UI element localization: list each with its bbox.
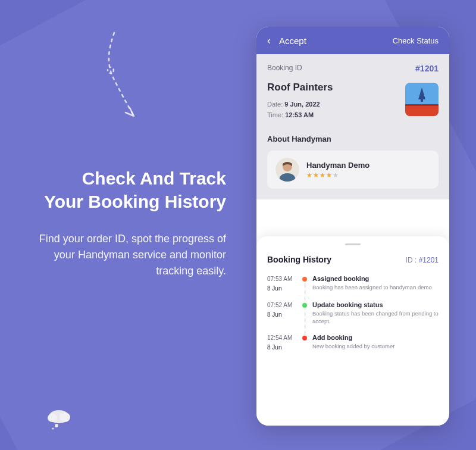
timeline-event-title: Add booking — [312, 334, 439, 341]
handyman-card[interactable]: Handyman Demo ★★★★★ — [267, 151, 439, 189]
header-title: Accept — [279, 36, 393, 46]
svg-rect-8 — [405, 104, 439, 106]
app-header: ‹ Accept Check Status — [256, 27, 449, 54]
booking-detail-panel: Booking ID #1201 Roof Painters Date: 9 J… — [256, 54, 449, 199]
timeline-marker — [297, 334, 312, 352]
timeline-event-desc: New booking added by customer — [312, 342, 439, 350]
timeline-item: 12:54 AM8 JunAdd bookingNew booking adde… — [267, 334, 439, 352]
svg-point-4 — [55, 424, 58, 427]
sheet-handle[interactable] — [345, 243, 361, 245]
timeline-event-title: Assigned booking — [312, 275, 439, 282]
timeline-item: 07:53 AM8 JunAssigned bookingBooking has… — [267, 275, 439, 293]
timeline-event-desc: Booking has been assigned to handyman de… — [312, 283, 439, 291]
booking-history-sheet: Booking History ID : #1201 07:53 AM8 Jun… — [256, 236, 449, 426]
timeline-timestamp: 12:54 AM8 Jun — [267, 334, 297, 352]
sheet-title: Booking History — [267, 255, 331, 264]
avatar — [275, 158, 299, 182]
booking-id-label: Booking ID — [267, 64, 302, 73]
rating-stars: ★★★★★ — [306, 171, 369, 179]
hero-heading: Check And Track Your Booking History — [30, 167, 226, 213]
timeline-event-title: Update booking status — [312, 301, 439, 308]
service-thumbnail — [405, 83, 439, 116]
timeline-item: 07:52 AM8 JunUpdate booking statusBookin… — [267, 301, 439, 326]
timeline-timestamp: 07:52 AM8 Jun — [267, 301, 297, 326]
check-status-button[interactable]: Check Status — [393, 36, 439, 45]
timeline-marker — [297, 301, 312, 326]
svg-rect-9 — [421, 93, 423, 102]
about-heading: About Handyman — [267, 135, 439, 143]
back-icon[interactable]: ‹ — [267, 35, 271, 47]
booking-id-value: #1201 — [415, 64, 439, 73]
svg-point-3 — [60, 412, 70, 422]
timeline-timestamp: 07:53 AM8 Jun — [267, 275, 297, 293]
svg-point-5 — [52, 428, 54, 430]
timeline: 07:53 AM8 JunAssigned bookingBooking has… — [267, 275, 439, 352]
timeline-event-desc: Booking status has been changed from pen… — [312, 310, 439, 326]
phone-mockup: ‹ Accept Check Status Booking ID #1201 R… — [256, 27, 449, 426]
timeline-marker — [297, 275, 312, 293]
handyman-name: Handyman Demo — [306, 161, 369, 170]
decorative-arrow — [101, 30, 155, 133]
hero-subtext: Find your order ID, spot the progress of… — [30, 231, 226, 279]
cloud-icon — [45, 406, 73, 432]
svg-point-2 — [48, 414, 57, 422]
sheet-id: ID : #1201 — [406, 256, 439, 264]
